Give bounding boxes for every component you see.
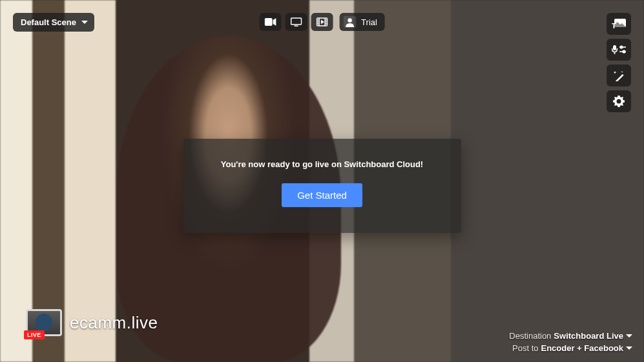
svg-rect-16 [613,45,616,50]
film-icon [316,17,327,26]
chevron-down-icon [626,347,632,350]
chevron-down-icon [81,21,88,24]
ready-modal-message: You're now ready to go live on Switchboa… [196,159,448,169]
svg-point-13 [348,18,351,22]
effects-button[interactable] [607,65,631,86]
live-badge: LIVE [24,330,45,339]
settings-button[interactable] [607,90,631,112]
watermark: LIVE ecamm.live [26,309,158,336]
monitor-icon [290,17,302,26]
post-to-label: Post to [512,343,538,353]
get-started-button[interactable]: Get Started [282,183,362,207]
post-to-dropdown[interactable]: Post to Encoder + Facebook [509,342,632,354]
video-file-button[interactable] [311,13,333,31]
overlay-toolbar: T [607,13,631,112]
destination-label: Destination [509,331,551,341]
magic-wand-icon [613,70,625,81]
watermark-brand: ecamm.live [70,313,158,333]
chevron-down-icon [626,334,632,337]
post-to-value: Encoder + Facebook [541,343,623,353]
picture-text-icon: T [612,19,626,29]
audio-settings-button[interactable] [607,39,631,61]
destination-value: Switchboard Live [554,331,623,341]
svg-rect-0 [264,18,272,26]
image-overlay-button[interactable]: T [607,13,631,35]
account-button[interactable]: Trial [339,13,385,31]
screen-share-button[interactable] [285,13,307,31]
video-camera-icon [264,18,276,26]
scene-selector-label: Default Scene [21,17,76,27]
svg-point-21 [623,50,625,53]
watermark-logo: LIVE [26,309,62,336]
scene-selector-dropdown[interactable]: Default Scene [13,13,94,32]
destination-panel: Destination Switchboard Live Post to Enc… [509,330,632,354]
mic-sliders-icon [612,45,626,55]
source-toolbar: Trial [259,13,385,31]
svg-point-19 [620,46,623,48]
person-icon [343,16,356,28]
svg-rect-22 [616,74,624,81]
account-label: Trial [361,17,377,27]
gear-icon [613,96,625,107]
svg-text:T: T [612,22,616,29]
svg-rect-1 [291,18,301,25]
ready-modal: You're now ready to go live on Switchboa… [183,139,461,233]
camera-source-button[interactable] [259,13,281,31]
destination-dropdown[interactable]: Destination Switchboard Live [509,330,632,342]
